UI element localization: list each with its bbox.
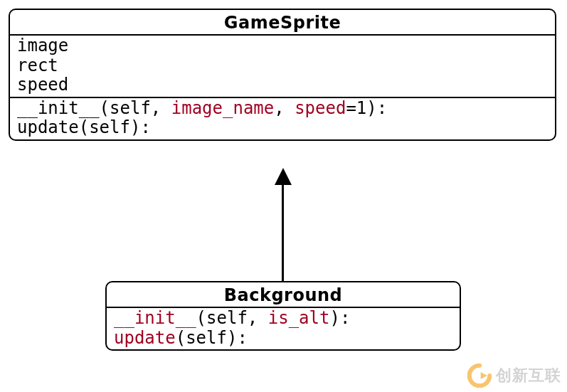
attr-image: image (17, 36, 548, 56)
method-update: update(self): (114, 329, 452, 349)
methods-section: __init__(self, is_alt): update(self): (107, 308, 460, 349)
inheritance-arrowhead-icon (275, 168, 292, 185)
attributes-section: image rect speed (10, 36, 555, 97)
class-background: Background __init__(self, is_alt): updat… (105, 281, 461, 351)
watermark-text: 创新互联 (496, 365, 561, 386)
watermark: 创新互联 (467, 364, 561, 388)
attr-rect: rect (17, 56, 548, 76)
class-title: GameSprite (10, 10, 555, 36)
methods-section: __init__(self, image_name, speed=1): upd… (10, 97, 555, 139)
watermark-logo-icon (467, 364, 492, 388)
class-gamesprite: GameSprite image rect speed __init__(sel… (9, 9, 556, 141)
method-init: __init__(self, image_name, speed=1): (17, 99, 548, 119)
method-name: update (17, 117, 79, 137)
inheritance-arrow-line (282, 184, 284, 282)
method-update: update(self): (17, 118, 548, 138)
param-speed: speed (295, 98, 346, 118)
method-init: __init__(self, is_alt): (114, 309, 452, 329)
attr-speed: speed (17, 75, 548, 95)
method-name: __init__ (17, 98, 100, 118)
param-is-alt: is_alt (268, 308, 330, 328)
param-image-name: image_name (171, 98, 275, 118)
method-name: __init__ (114, 308, 196, 328)
method-name: update (114, 328, 176, 348)
class-title: Background (107, 282, 460, 308)
